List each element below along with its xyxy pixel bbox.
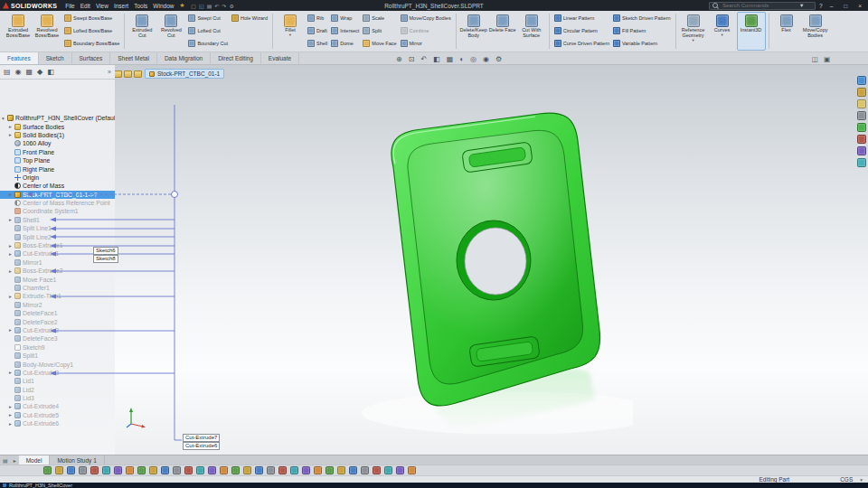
shortcut-icon[interactable] bbox=[408, 466, 416, 474]
shortcut-icon[interactable] bbox=[326, 466, 334, 474]
command-tab[interactable]: Sketch bbox=[39, 52, 72, 64]
ribbon-button[interactable]: Swept Cut bbox=[186, 12, 230, 24]
shortcut-icon[interactable] bbox=[361, 466, 369, 474]
ribbon-button[interactable]: Move Face bbox=[361, 37, 398, 50]
shortcut-icon[interactable] bbox=[337, 466, 345, 474]
shortcut-icon[interactable] bbox=[255, 466, 263, 474]
ribbon-button[interactable]: Reference Geometry▾ bbox=[679, 12, 708, 51]
ribbon-button[interactable]: Split bbox=[361, 24, 398, 37]
ribbon-button[interactable]: Delete/Keep Body bbox=[459, 12, 488, 51]
study-tab[interactable]: Motion Study 1 bbox=[50, 455, 104, 465]
view-settings-icon[interactable]: ⚙ bbox=[495, 55, 502, 63]
shortcut-icon[interactable] bbox=[267, 466, 275, 474]
ribbon-button[interactable]: Boundary Boss/Base bbox=[62, 37, 121, 50]
study-list-icon[interactable]: ▤ bbox=[0, 457, 11, 464]
shortcut-icon[interactable] bbox=[173, 466, 181, 474]
featuremanager-tab-icon[interactable]: ▤ bbox=[4, 68, 11, 76]
command-tab[interactable]: Surfaces bbox=[72, 52, 111, 64]
shortcut-icon[interactable] bbox=[55, 466, 63, 474]
shortcut-icon[interactable] bbox=[149, 466, 157, 474]
tree-item[interactable]: ▸ Cut-Extrude5 bbox=[0, 411, 115, 419]
ribbon-button[interactable]: Linear Pattern bbox=[552, 12, 611, 24]
appearances-icon[interactable] bbox=[857, 123, 866, 132]
custom-properties-icon[interactable] bbox=[857, 135, 866, 144]
shortcut-icon[interactable] bbox=[302, 466, 310, 474]
ribbon-button[interactable]: Mirror bbox=[399, 37, 453, 50]
tree-item[interactable]: Center of Mass bbox=[0, 182, 115, 190]
tree-item[interactable]: ▸ Stock-PRT_CTBC_01-1->? bbox=[0, 191, 115, 199]
center-hole[interactable] bbox=[465, 228, 526, 295]
search-input[interactable] bbox=[721, 2, 798, 9]
shortcut-icon[interactable] bbox=[396, 466, 404, 474]
forum-icon[interactable] bbox=[857, 146, 866, 155]
tree-item[interactable]: DeleteFace3 bbox=[0, 334, 115, 343]
undo-icon[interactable]: ↶ bbox=[214, 3, 219, 9]
shortcut-icon[interactable] bbox=[290, 466, 298, 474]
ribbon-button[interactable]: Wrap bbox=[329, 12, 361, 24]
ribbon-button[interactable]: Swept Boss/Base bbox=[62, 12, 121, 24]
shortcut-icon[interactable] bbox=[220, 466, 228, 474]
tree-item[interactable]: DeleteFace2 bbox=[0, 317, 115, 325]
ribbon-button[interactable]: Extruded Boss/Base bbox=[4, 12, 33, 51]
tree-item[interactable]: ▸ Cut-Extrude4 bbox=[0, 402, 115, 410]
save-icon[interactable]: ▤ bbox=[207, 3, 212, 9]
tree-item[interactable]: ▸ Cut-Extrude3 bbox=[0, 369, 115, 377]
tree-item[interactable]: Split Line2 bbox=[0, 232, 115, 240]
ribbon-button[interactable]: Variable Pattern bbox=[611, 37, 673, 50]
ribbon-button[interactable]: Circular Pattern bbox=[552, 24, 611, 37]
file-explorer-icon[interactable] bbox=[857, 99, 866, 108]
tree-item[interactable]: ▸ Surface Bodies bbox=[0, 122, 115, 130]
view-palette-icon[interactable] bbox=[857, 111, 866, 120]
shortcut-icon[interactable] bbox=[79, 466, 87, 474]
tree-item[interactable]: ▸ Cut-Extrude6 bbox=[0, 419, 115, 427]
ribbon-button[interactable]: Extruded Cut bbox=[127, 12, 156, 51]
tree-item[interactable]: 1060 Alloy bbox=[0, 139, 115, 147]
menu-item[interactable]: File bbox=[62, 3, 77, 9]
shortcut-icon[interactable] bbox=[196, 466, 204, 474]
shortcut-icon[interactable] bbox=[114, 466, 122, 474]
shortcut-icon[interactable] bbox=[278, 466, 287, 474]
tree-item[interactable]: Split1 bbox=[0, 352, 115, 360]
dimxpertmanager-tab-icon[interactable]: ◆ bbox=[37, 68, 42, 76]
tree-item[interactable]: Lid2 bbox=[0, 386, 115, 394]
tree-item[interactable]: ▸ Shell1 bbox=[0, 216, 115, 224]
shortcut-icon[interactable] bbox=[384, 466, 392, 474]
collapse-panel-icon[interactable]: » bbox=[108, 69, 111, 75]
ribbon-button[interactable]: Lofted Boss/Base bbox=[62, 24, 121, 37]
shortcut-icon[interactable] bbox=[243, 466, 251, 474]
ribbon-button[interactable]: Instant3D bbox=[737, 12, 766, 51]
options-icon[interactable]: ⚙ bbox=[229, 3, 233, 9]
ribbon-button[interactable]: Fillet▾ bbox=[276, 12, 305, 51]
search-dropdown-icon[interactable]: ▾ bbox=[800, 2, 803, 9]
add-ins-icon[interactable] bbox=[857, 158, 866, 167]
open-icon[interactable]: ◱ bbox=[199, 3, 204, 9]
command-tab[interactable]: Data Migration bbox=[157, 52, 211, 64]
shortcut-icon[interactable] bbox=[314, 466, 322, 474]
favorites-star-icon[interactable]: ★ bbox=[176, 2, 187, 9]
shortcut-icon[interactable] bbox=[349, 466, 357, 474]
command-tab[interactable]: Features bbox=[0, 52, 39, 64]
tree-item[interactable]: Right Plane bbox=[0, 164, 115, 173]
design-library-icon[interactable] bbox=[857, 88, 866, 97]
ribbon-button[interactable]: Flex bbox=[772, 12, 801, 51]
redo-icon[interactable]: ↷ bbox=[222, 3, 226, 9]
help-icon[interactable]: ? bbox=[819, 3, 823, 9]
shortcut-icon[interactable] bbox=[43, 466, 52, 474]
tree-item[interactable]: Origin bbox=[0, 174, 115, 182]
tree-item[interactable]: Lid1 bbox=[0, 377, 115, 385]
ribbon-button[interactable]: Sketch Driven Pattern bbox=[611, 12, 673, 24]
tree-item[interactable]: DeleteFace1 bbox=[0, 309, 115, 317]
menu-item[interactable]: Insert bbox=[111, 3, 131, 9]
command-tab[interactable]: Sheet Metal bbox=[110, 52, 157, 64]
next-tab-icon[interactable]: ▸ bbox=[11, 457, 19, 464]
ribbon-button[interactable]: Hole Wizard bbox=[230, 12, 269, 24]
fullscreen-icon[interactable]: ▣ bbox=[824, 55, 830, 63]
shortcut-icon[interactable] bbox=[137, 466, 146, 474]
command-tab[interactable]: Direct Editing bbox=[211, 52, 261, 64]
displaymanager-tab-icon[interactable]: ◧ bbox=[47, 68, 54, 76]
breadcrumb-folder-icon[interactable] bbox=[124, 70, 132, 78]
ribbon-button[interactable]: Delete Face bbox=[488, 12, 517, 51]
zoom-area-icon[interactable]: ⊡ bbox=[409, 55, 415, 63]
shortcut-icon[interactable] bbox=[67, 466, 75, 474]
command-tab[interactable]: Evaluate bbox=[261, 52, 299, 64]
